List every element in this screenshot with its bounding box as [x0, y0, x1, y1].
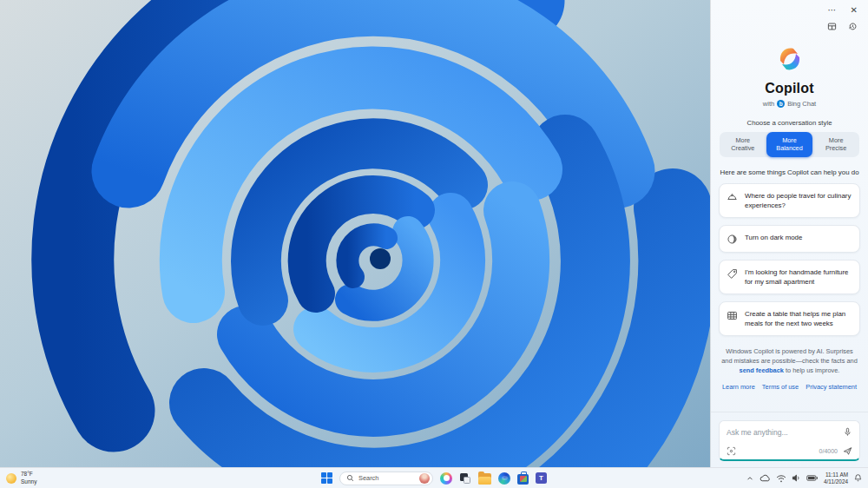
volume-icon[interactable]	[792, 473, 801, 483]
taskbar-center: Search T	[321, 472, 547, 485]
battery-icon[interactable]	[806, 474, 819, 482]
copilot-panel: ⋯ ✕	[710, 0, 868, 468]
disclaimer-text: Windows Copilot is powered by AI. Surpri…	[721, 347, 858, 365]
wifi-icon[interactable]	[776, 474, 786, 483]
history-icon[interactable]	[848, 22, 858, 31]
suggestion-text: I'm looking for handmade furniture for m…	[745, 267, 852, 287]
teams-icon[interactable]: T	[536, 472, 547, 484]
composer-card: 0/4000	[719, 420, 860, 461]
style-more-precise[interactable]: More Precise	[812, 132, 859, 157]
suggestion-card-culinary[interactable]: Where do people travel for culinary expe…	[719, 183, 860, 218]
file-explorer-icon[interactable]	[478, 473, 491, 485]
subtitle-brand: Bing Chat	[787, 100, 816, 108]
onedrive-cloud-icon[interactable]	[760, 473, 771, 483]
style-more-balanced[interactable]: More Balanced	[766, 132, 813, 157]
microsoft-store-icon[interactable]	[517, 474, 529, 485]
send-icon[interactable]	[843, 446, 852, 456]
layout-grid-icon[interactable]	[827, 22, 837, 31]
suggestion-text: Turn on dark mode	[745, 233, 802, 245]
dark-mode-icon	[727, 233, 738, 245]
bing-logo-icon: b	[777, 100, 785, 108]
char-counter: 0/4000	[819, 448, 838, 454]
panel-title: Copilot	[711, 81, 868, 96]
suggestion-card-furniture[interactable]: I'm looking for handmade furniture for m…	[719, 260, 860, 294]
learn-more-link[interactable]: Learn more	[722, 383, 755, 391]
start-button[interactable]	[321, 472, 332, 484]
suggestion-text: Where do people travel for culinary expe…	[745, 191, 852, 210]
clock[interactable]: 11:11 AM 4/11/2024	[824, 472, 848, 485]
task-view-icon[interactable]	[459, 472, 471, 485]
search-icon	[346, 474, 354, 482]
search-label: Search	[358, 474, 378, 482]
weather-temp: 78°F	[21, 471, 36, 478]
sun-icon	[6, 473, 16, 484]
tray-time: 11:11 AM	[824, 472, 848, 478]
edge-browser-icon[interactable]	[498, 472, 510, 485]
tag-icon	[727, 267, 738, 287]
weather-condition: Sunny	[21, 478, 36, 485]
table-icon	[727, 309, 738, 328]
tray-date: 4/11/2024	[824, 478, 848, 485]
notification-bell-icon[interactable]	[853, 473, 863, 483]
ai-disclaimer: Windows Copilot is powered by AI. Surpri…	[721, 347, 858, 375]
search-highlight-image	[419, 473, 430, 484]
privacy-statement-link[interactable]: Privacy statement	[806, 383, 857, 391]
panel-subtitle: with b Bing Chat	[711, 100, 868, 108]
suggestion-text: Create a table that helps me plan meals …	[745, 309, 852, 328]
search-box[interactable]: Search	[339, 472, 433, 485]
hidden-icons-chevron[interactable]	[746, 474, 754, 483]
conversation-style-picker: More Creative More Balanced More Precise	[720, 132, 859, 157]
close-icon[interactable]: ✕	[851, 6, 858, 15]
system-tray: 11:11 AM 4/11/2024	[746, 472, 863, 485]
ask-input[interactable]	[727, 428, 838, 437]
microphone-icon[interactable]	[843, 427, 852, 437]
weather-widget[interactable]: 78°F Sunny	[6, 471, 36, 485]
suggestion-card-dark-mode[interactable]: Turn on dark mode	[719, 225, 860, 253]
composer-area: 0/4000	[711, 412, 868, 468]
taskbar-copilot-icon[interactable]	[440, 472, 452, 485]
bloom-wallpaper-art	[0, 0, 712, 468]
disclaimer-text-2: to help us improve.	[784, 366, 840, 374]
conversation-style-label: Choose a conversation style	[711, 119, 868, 127]
style-more-creative[interactable]: More Creative	[720, 132, 766, 157]
copilot-logo-icon	[774, 43, 806, 75]
terms-of-use-link[interactable]: Terms of use	[762, 383, 799, 391]
suggestions-heading: Here are some things Copilot can help yo…	[716, 168, 863, 176]
suggestion-cards: Where do people travel for culinary expe…	[711, 176, 868, 336]
send-feedback-link[interactable]: send feedback	[740, 366, 784, 374]
suggestion-card-meal-table[interactable]: Create a table that helps me plan meals …	[719, 301, 860, 336]
taskbar: 78°F Sunny Search T	[0, 467, 868, 488]
screenshot-icon[interactable]	[727, 446, 736, 456]
legal-links: Learn more Terms of use Privacy statemen…	[722, 383, 857, 391]
subtitle-prefix: with	[763, 100, 774, 108]
cloche-icon	[727, 191, 738, 210]
more-options-icon[interactable]: ⋯	[828, 6, 837, 15]
